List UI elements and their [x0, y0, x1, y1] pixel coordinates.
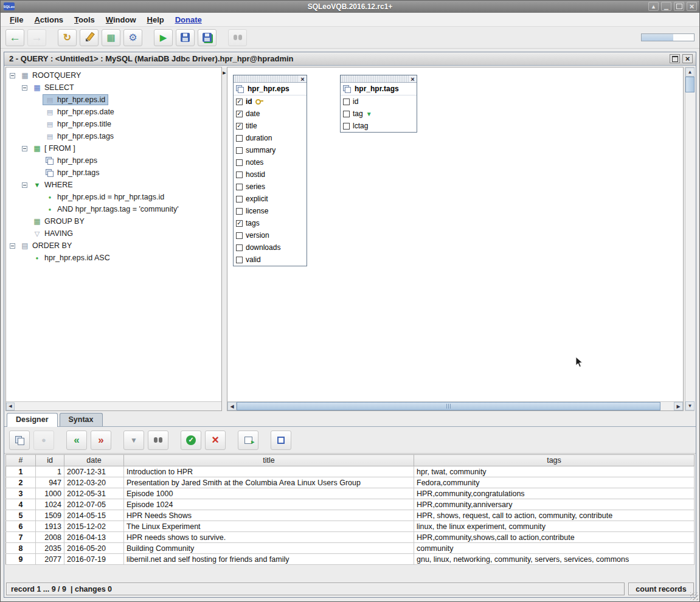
column-row[interactable]: id: [341, 95, 417, 108]
tree-item-groupby[interactable]: GROUP BY: [6, 215, 221, 227]
column-row[interactable]: lctag: [341, 120, 417, 132]
cell-num[interactable]: 6: [6, 521, 36, 532]
column-row[interactable]: title: [234, 120, 307, 132]
menu-actions[interactable]: Actions: [29, 14, 69, 26]
forward-button[interactable]: [27, 29, 46, 46]
shade-button[interactable]: [648, 2, 659, 11]
cell-id[interactable]: 2008: [36, 532, 64, 543]
tab-syntax[interactable]: Syntax: [60, 413, 103, 426]
cell-title[interactable]: libernil.net and self hosting for friend…: [124, 554, 414, 565]
apply-button[interactable]: [181, 431, 201, 450]
expand-right-button[interactable]: ▶: [223, 71, 226, 75]
cell-title[interactable]: Introduction to HPR: [124, 466, 414, 477]
cell-id[interactable]: 1509: [36, 510, 64, 521]
column-row[interactable]: version: [234, 229, 307, 241]
column-header-id[interactable]: id: [36, 455, 64, 466]
column-checkbox[interactable]: [236, 135, 243, 142]
column-checkbox[interactable]: [236, 171, 243, 178]
cell-tags[interactable]: Fedora,community: [414, 477, 695, 488]
column-checkbox[interactable]: [236, 208, 243, 215]
column-checkbox[interactable]: [236, 99, 243, 105]
menu-donate[interactable]: Donate: [170, 14, 207, 26]
cell-tags[interactable]: HPR, shows, request, call to action, com…: [414, 510, 695, 521]
frame-close-button[interactable]: [682, 54, 693, 63]
menu-window[interactable]: Window: [100, 14, 142, 26]
cell-date[interactable]: 2012-07-05: [64, 499, 124, 510]
edit-query-button[interactable]: [80, 29, 99, 46]
cell-num[interactable]: 4: [6, 499, 36, 510]
column-row[interactable]: notes: [234, 156, 307, 168]
table-card-eps[interactable]: hpr_hpr.eps id date: [233, 75, 307, 266]
reconnect-button[interactable]: [58, 29, 77, 46]
tree-item-column[interactable]: hpr_hpr.eps.title: [6, 118, 221, 130]
cancel-button[interactable]: [205, 431, 226, 450]
column-row[interactable]: downloads: [234, 241, 307, 254]
horizontal-scroll-thumb[interactable]: [237, 402, 660, 410]
column-checkbox[interactable]: [343, 99, 350, 105]
column-row[interactable]: explicit: [234, 193, 307, 205]
find-button[interactable]: [148, 431, 168, 450]
stop-button[interactable]: [33, 431, 54, 450]
horizontal-scroll-track[interactable]: [660, 402, 674, 410]
cell-date[interactable]: 2016-05-20: [64, 543, 124, 554]
column-row[interactable]: series: [234, 181, 307, 193]
cell-tags[interactable]: HPR,community,congratulations: [414, 488, 695, 499]
count-records-button[interactable]: count records: [628, 583, 694, 595]
cell-num[interactable]: 2: [6, 477, 36, 488]
close-card-icon[interactable]: [409, 75, 416, 82]
cell-title[interactable]: Building Community: [124, 543, 414, 554]
expander-icon[interactable]: [10, 73, 15, 78]
cell-num[interactable]: 1: [6, 466, 36, 477]
column-row[interactable]: tags: [234, 217, 307, 229]
cell-num[interactable]: 7: [6, 532, 36, 543]
close-card-icon[interactable]: [299, 75, 306, 82]
cell-title[interactable]: Presentation by Jared Smith at the Colum…: [124, 477, 414, 488]
expander-icon[interactable]: [22, 146, 27, 151]
cell-date[interactable]: 2007-12-31: [64, 466, 124, 477]
tree-item-table[interactable]: hpr_hpr.eps: [6, 154, 221, 167]
cell-title[interactable]: Episode 1000: [124, 488, 414, 499]
column-header-title[interactable]: title: [124, 455, 414, 466]
tree-item-having[interactable]: HAVING: [6, 227, 221, 240]
cell-date[interactable]: 2012-05-31: [64, 488, 124, 499]
menu-tools[interactable]: Tools: [69, 14, 100, 26]
expander-icon[interactable]: [10, 243, 15, 249]
back-button[interactable]: [5, 29, 24, 46]
cell-id[interactable]: 947: [36, 477, 64, 488]
cell-tags[interactable]: gnu, linux, networking, community, serve…: [414, 554, 695, 565]
column-checkbox[interactable]: [236, 159, 243, 166]
column-row[interactable]: hostid: [234, 168, 307, 181]
cell-num[interactable]: 9: [6, 554, 36, 565]
cell-date[interactable]: 2016-07-19: [64, 554, 124, 565]
cell-id[interactable]: 2077: [36, 554, 64, 565]
scroll-right-button[interactable]: ▶: [674, 402, 683, 410]
tree-item-where[interactable]: WHERE: [6, 179, 221, 191]
preferences-button[interactable]: [123, 29, 142, 46]
menu-help[interactable]: Help: [142, 14, 170, 26]
tree-item-column[interactable]: hpr_hpr.eps.id: [6, 94, 221, 106]
close-button[interactable]: [687, 2, 697, 11]
tree-item-column[interactable]: hpr_hpr.eps.tags: [6, 130, 221, 142]
search-button[interactable]: [228, 29, 247, 46]
card-titlebar[interactable]: [341, 75, 417, 83]
tree-item-sort[interactable]: hpr_hpr.eps.id ASC: [6, 252, 221, 264]
cell-id[interactable]: 1024: [36, 499, 64, 510]
pin-grid-button[interactable]: [271, 431, 291, 450]
column-checkbox[interactable]: [236, 244, 243, 251]
cell-date[interactable]: 2012-03-20: [64, 477, 124, 488]
schema-button[interactable]: [102, 29, 120, 46]
table-row[interactable]: 7 2008 2016-04-13 HPR needs shows to sur…: [6, 532, 695, 543]
column-checkbox[interactable]: [343, 123, 350, 130]
vertical-scroll-track[interactable]: [685, 92, 695, 401]
save-as-button[interactable]: [198, 29, 217, 46]
column-row[interactable]: duration: [234, 132, 307, 144]
expander-icon[interactable]: [22, 182, 27, 188]
tree-item-table[interactable]: hpr_hpr.tags: [6, 167, 221, 179]
tree-item-column[interactable]: hpr_hpr.eps.date: [6, 106, 221, 118]
save-query-button[interactable]: [176, 29, 195, 46]
filter-button[interactable]: [123, 431, 144, 450]
cell-title[interactable]: HPR Needs Shows: [124, 510, 414, 521]
cell-id[interactable]: 1: [36, 466, 64, 477]
tree-item-select[interactable]: SELECT: [6, 81, 221, 94]
column-checkbox[interactable]: [343, 111, 350, 117]
